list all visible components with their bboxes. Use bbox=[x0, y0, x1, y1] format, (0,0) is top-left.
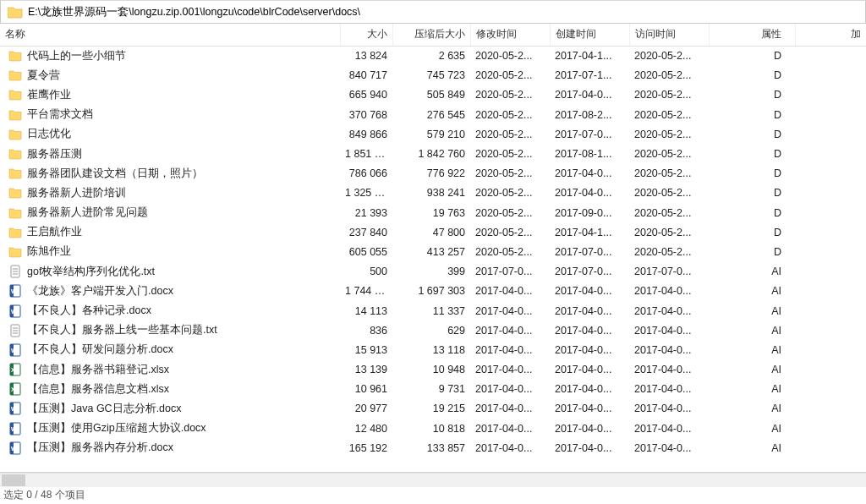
cell-name[interactable]: 【不良人】服务器上线一些基本问题.txt bbox=[0, 320, 340, 340]
cell-attr: D bbox=[709, 105, 795, 124]
cell-created: 2017-04-0... bbox=[550, 85, 629, 105]
cell-attr: AI bbox=[709, 380, 795, 399]
folder-icon bbox=[8, 68, 22, 82]
col-name[interactable]: 名称 bbox=[0, 24, 340, 46]
table-row[interactable]: 【不良人】服务器上线一些基本问题.txt8366292017-04-0...20… bbox=[0, 320, 866, 340]
cell-extra bbox=[795, 184, 866, 203]
table-row[interactable]: 夏令营840 717745 7232020-05-2...2017-07-1..… bbox=[0, 66, 866, 85]
cell-attr: D bbox=[709, 144, 795, 163]
file-name: 崔鹰作业 bbox=[27, 88, 71, 102]
cell-attr: D bbox=[709, 242, 795, 261]
address-bar[interactable]: E:\龙族世界源码一套\longzu.zip.001\longzu\code\b… bbox=[0, 0, 866, 24]
table-row[interactable]: X【信息】服务器信息文档.xlsx10 9619 7312017-04-0...… bbox=[0, 380, 866, 399]
table-row[interactable]: W【不良人】各种记录.docx14 11311 3372017-04-0...2… bbox=[0, 301, 866, 320]
cell-name[interactable]: W【压测】使用Gzip压缩超大协议.docx bbox=[0, 419, 340, 438]
table-row[interactable]: 代码上的一些小细节13 8242 6352020-05-2...2017-04-… bbox=[0, 46, 866, 66]
cell-attr: AI bbox=[709, 360, 795, 380]
cell-name[interactable]: 服务器新人进阶常见问题 bbox=[0, 203, 340, 222]
cell-name[interactable]: X【信息】服务器信息文档.xlsx bbox=[0, 380, 340, 399]
cell-created: 2017-07-0... bbox=[550, 124, 629, 144]
cell-name[interactable]: W【压测】Java GC日志分析.docx bbox=[0, 399, 340, 419]
cell-created: 2017-04-0... bbox=[550, 380, 629, 399]
cell-accessed: 2017-04-0... bbox=[629, 340, 709, 359]
col-packed[interactable]: 压缩后大小 bbox=[392, 24, 470, 46]
word-icon: W bbox=[8, 441, 22, 455]
cell-name[interactable]: W【不良人】研发问题分析.docx bbox=[0, 340, 340, 359]
table-row[interactable]: W【压测】Java GC日志分析.docx20 97719 2152017-04… bbox=[0, 399, 866, 419]
col-attr[interactable]: 属性 bbox=[709, 24, 795, 46]
cell-modified: 2017-04-0... bbox=[470, 282, 550, 301]
table-row[interactable]: 服务器新人进阶培训1 325 874938 2412020-05-2...201… bbox=[0, 184, 866, 203]
cell-name[interactable]: 服务器新人进阶培训 bbox=[0, 184, 340, 203]
table-row[interactable]: 平台需求文档370 768276 5452020-05-2...2017-08-… bbox=[0, 105, 866, 124]
cell-packed: 776 922 bbox=[392, 164, 470, 184]
cell-accessed: 2017-04-0... bbox=[629, 320, 709, 340]
file-name: 【压测】Java GC日志分析.docx bbox=[27, 402, 182, 416]
cell-attr: D bbox=[709, 46, 795, 66]
cell-accessed: 2020-05-2... bbox=[629, 184, 709, 203]
cell-created: 2017-08-1... bbox=[550, 144, 629, 163]
cell-packed: 745 723 bbox=[392, 66, 470, 85]
table-row[interactable]: 崔鹰作业665 940505 8492020-05-2...2017-04-0.… bbox=[0, 85, 866, 105]
table-row[interactable]: 服务器团队建设文档（日期，照片）786 066776 9222020-05-2.… bbox=[0, 164, 866, 184]
cell-name[interactable]: W《龙族》客户端开发入门.docx bbox=[0, 282, 340, 301]
scrollbar-thumb[interactable] bbox=[2, 474, 25, 486]
cell-accessed: 2020-05-2... bbox=[629, 242, 709, 261]
col-accessed[interactable]: 访问时间 bbox=[629, 24, 709, 46]
table-row[interactable]: 陈旭作业605 055413 2572020-05-2...2017-07-0.… bbox=[0, 242, 866, 261]
col-extra[interactable]: 加 bbox=[795, 24, 866, 46]
cell-name[interactable]: 夏令营 bbox=[0, 66, 340, 85]
table-row[interactable]: 王启航作业237 84047 8002020-05-2...2017-04-1.… bbox=[0, 222, 866, 242]
cell-extra bbox=[795, 438, 866, 457]
cell-packed: 276 545 bbox=[392, 105, 470, 124]
cell-packed: 11 337 bbox=[392, 301, 470, 320]
table-row[interactable]: W【不良人】研发问题分析.docx15 91313 1182017-04-0..… bbox=[0, 340, 866, 359]
file-name: 【压测】服务器内存分析.docx bbox=[27, 441, 173, 455]
column-headers[interactable]: 名称 大小 压缩后大小 修改时间 创建时间 访问时间 属性 加 bbox=[0, 24, 866, 46]
table-row[interactable]: 日志优化849 866579 2102020-05-2...2017-07-0.… bbox=[0, 124, 866, 144]
cell-accessed: 2017-04-0... bbox=[629, 282, 709, 301]
cell-name[interactable]: 崔鹰作业 bbox=[0, 85, 340, 105]
cell-modified: 2017-04-0... bbox=[470, 360, 550, 380]
cell-created: 2017-04-0... bbox=[550, 164, 629, 184]
svg-text:W: W bbox=[11, 309, 17, 315]
table-row[interactable]: W《龙族》客户端开发入门.docx1 744 9301 697 3032017-… bbox=[0, 282, 866, 301]
text-icon bbox=[8, 265, 22, 278]
folder-icon bbox=[8, 108, 22, 122]
cell-extra bbox=[795, 124, 866, 144]
horizontal-scrollbar[interactable] bbox=[0, 473, 866, 487]
table-row[interactable]: X【信息】服务器书籍登记.xlsx13 13910 9482017-04-0..… bbox=[0, 360, 866, 380]
address-path[interactable]: E:\龙族世界源码一套\longzu.zip.001\longzu\code\b… bbox=[28, 5, 862, 19]
table-row[interactable]: W【压测】使用Gzip压缩超大协议.docx12 48010 8182017-0… bbox=[0, 419, 866, 438]
cell-name[interactable]: 日志优化 bbox=[0, 124, 340, 144]
cell-name[interactable]: gof枚举结构序列化优化.txt bbox=[0, 262, 340, 282]
svg-text:X: X bbox=[11, 367, 15, 373]
cell-name[interactable]: 平台需求文档 bbox=[0, 105, 340, 124]
table-row[interactable]: gof枚举结构序列化优化.txt5003992017-07-0...2017-0… bbox=[0, 262, 866, 282]
cell-name[interactable]: 服务器压测 bbox=[0, 144, 340, 163]
cell-packed: 2 635 bbox=[392, 46, 470, 66]
status-bar: 选定 0 / 48 个项目 bbox=[0, 487, 866, 504]
cell-name[interactable]: W【压测】服务器内存分析.docx bbox=[0, 438, 340, 457]
folder-icon bbox=[8, 206, 22, 220]
cell-size: 165 192 bbox=[340, 438, 392, 457]
cell-accessed: 2020-05-2... bbox=[629, 105, 709, 124]
cell-packed: 579 210 bbox=[392, 124, 470, 144]
table-row[interactable]: 服务器压测1 851 8791 842 7602020-05-2...2017-… bbox=[0, 144, 866, 163]
cell-name[interactable]: 服务器团队建设文档（日期，照片） bbox=[0, 164, 340, 184]
table-row[interactable]: 服务器新人进阶常见问题21 39319 7632020-05-2...2017-… bbox=[0, 203, 866, 222]
cell-name[interactable]: 陈旭作业 bbox=[0, 242, 340, 261]
cell-name[interactable]: 代码上的一些小细节 bbox=[0, 47, 340, 66]
cell-packed: 505 849 bbox=[392, 85, 470, 105]
file-list[interactable]: 名称 大小 压缩后大小 修改时间 创建时间 访问时间 属性 加 代码上的一些小细… bbox=[0, 24, 866, 473]
table-row[interactable]: W【压测】服务器内存分析.docx165 192133 8572017-04-0… bbox=[0, 438, 866, 457]
cell-name[interactable]: X【信息】服务器书籍登记.xlsx bbox=[0, 360, 340, 380]
col-size[interactable]: 大小 bbox=[340, 24, 392, 46]
cell-name[interactable]: 王启航作业 bbox=[0, 222, 340, 242]
cell-size: 1 325 874 bbox=[340, 184, 392, 203]
col-created[interactable]: 创建时间 bbox=[550, 24, 629, 46]
col-modified[interactable]: 修改时间 bbox=[470, 24, 550, 46]
cell-name[interactable]: W【不良人】各种记录.docx bbox=[0, 301, 340, 320]
cell-created: 2017-07-0... bbox=[550, 242, 629, 261]
cell-accessed: 2017-04-0... bbox=[629, 360, 709, 380]
